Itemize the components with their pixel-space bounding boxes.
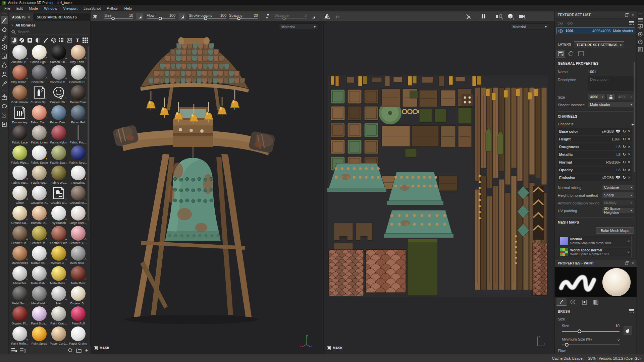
asset-tile[interactable]: ●Footprints <box>68 166 88 185</box>
delete-channel-icon[interactable]: × <box>628 129 630 133</box>
asset-tile[interactable]: ●Fabric Seam <box>30 145 49 165</box>
3d-view-button[interactable]: ▾ <box>506 13 514 20</box>
menu-mode[interactable]: Mode <box>26 6 41 11</box>
tab-material[interactable] <box>591 298 601 306</box>
slider-track[interactable] <box>104 18 133 19</box>
viewport3d-mask-toggle[interactable]: MASK <box>94 346 109 350</box>
asset-tile[interactable]: ∴Metal Foil <box>10 266 30 286</box>
slider-knob[interactable] <box>237 17 240 20</box>
size-dropdown[interactable]: 4096▾ <box>588 94 605 100</box>
delete-channel-icon[interactable]: × <box>628 168 630 172</box>
asset-tile[interactable]: ●Autumn Le... <box>10 45 30 64</box>
asset-tile[interactable]: ∴Marble Vei... <box>30 246 49 265</box>
slider-knob[interactable] <box>111 17 115 20</box>
tab-alpha[interactable] <box>568 298 578 306</box>
asset-tile[interactable]: ∴Paint Roll <box>68 306 88 326</box>
reset-channel-icon[interactable]: ↻ <box>623 153 626 157</box>
grid-view-icon[interactable] <box>82 37 89 44</box>
asset-tile[interactable]: ∴Medium A... <box>49 246 68 265</box>
pen-pressure-button[interactable] <box>624 326 632 335</box>
asset-tile[interactable]: ●Fabric Top... <box>10 166 30 185</box>
mesh-map-normal[interactable]: NormalNormal Map from Mesh 1001× <box>558 236 632 246</box>
slider-track[interactable] <box>147 18 175 19</box>
asset-tile[interactable]: ∴Cork Natural <box>10 85 30 105</box>
asset-tile[interactable]: ∴Leather Re... <box>30 226 49 245</box>
texture-set-row[interactable]: 1001 4096x4096 Main shader <box>556 27 635 34</box>
description-textarea[interactable]: Description <box>588 76 634 92</box>
navigation-gizmo[interactable]: y x <box>533 333 546 348</box>
symmetry-icon[interactable] <box>323 13 331 20</box>
asset-tile[interactable]: ∴Fabric Tarp... <box>68 145 88 165</box>
menu-window[interactable]: Window <box>41 6 60 11</box>
log-icon[interactable] <box>638 47 642 52</box>
asset-tile[interactable]: ∴Fabric Nylon <box>49 125 68 145</box>
dock-grip[interactable] <box>638 13 642 14</box>
navigation-gizmo[interactable]: y x z <box>300 333 313 348</box>
history-icon[interactable] <box>638 40 643 44</box>
shader-settings-icon[interactable] <box>638 32 643 37</box>
asset-tile[interactable]: ∴Metal Wel... <box>30 286 49 306</box>
filter-smart-materials-icon[interactable] <box>19 37 25 44</box>
reset-channel-icon[interactable]: ↻ <box>623 168 626 172</box>
asset-tile[interactable]: ∴Custom Sti... <box>49 85 68 105</box>
projection-tool[interactable] <box>1 35 8 42</box>
slider-track[interactable] <box>189 18 226 19</box>
brush-options-icon[interactable] <box>629 309 634 314</box>
brush-falloff-icon[interactable] <box>178 13 186 20</box>
list-view-icon[interactable] <box>11 348 17 352</box>
delete-channel-icon[interactable]: × <box>628 145 630 149</box>
menu-edit[interactable]: Edit <box>13 6 26 11</box>
eye-icon[interactable] <box>568 22 573 25</box>
asset-tile[interactable]: ∴Concrete C... <box>49 65 68 84</box>
resources-updater-tool[interactable] <box>1 103 8 110</box>
split-view-button[interactable]: ▾ <box>495 13 503 20</box>
filter-filters-icon[interactable] <box>35 37 41 44</box>
min-size-slider[interactable] <box>562 345 620 345</box>
slider-track[interactable] <box>229 18 258 19</box>
slider-knob[interactable] <box>204 17 207 20</box>
falloff-curve-icon[interactable] <box>309 13 317 20</box>
viewport-3d[interactable]: Material▾ MASK y x z <box>91 21 322 354</box>
material-picker-tool[interactable] <box>1 80 8 87</box>
filter-fonts-icon[interactable]: T <box>74 37 81 44</box>
asset-tile[interactable]: ∴Ground Na... <box>68 186 88 205</box>
toolstrip-grip[interactable] <box>2 13 7 14</box>
menu-help[interactable]: Help <box>121 6 135 11</box>
height-to-normal-dropdown[interactable]: Sharp▾ <box>602 192 634 198</box>
asset-tile[interactable]: ∴Concrete ... <box>30 65 49 84</box>
slider-knob[interactable] <box>578 329 581 333</box>
filter-alphas-icon[interactable] <box>50 37 57 44</box>
viewport2d-material-dropdown[interactable]: Material▾ <box>510 23 549 30</box>
asset-tile[interactable]: ∴Fabric Spa... <box>49 145 68 165</box>
disable-painting-icon[interactable] <box>465 13 473 20</box>
asset-tile[interactable]: ∴Embroidery <box>10 105 30 125</box>
close-tab-icon[interactable]: × <box>620 43 622 48</box>
filter-environments-icon[interactable] <box>66 37 73 44</box>
asset-tile[interactable]: ∴Paint Spray <box>30 326 49 346</box>
menu-javascript[interactable]: JavaScript <box>80 6 104 11</box>
asset-tile[interactable]: ∴Gouache P... <box>30 186 49 205</box>
reset-channel-icon[interactable]: ↻ <box>623 160 626 164</box>
reset-channel-icon[interactable]: ↻ <box>623 145 626 149</box>
export-resource-tool[interactable] <box>1 94 8 101</box>
displacement-icon[interactable] <box>567 50 575 58</box>
flow-control[interactable]: Flow100 <box>147 13 175 19</box>
texture-atlas[interactable] <box>328 75 548 297</box>
min-size-value[interactable]: 5 <box>618 337 620 341</box>
asset-tile[interactable]: ∴Concrete C... <box>68 65 88 84</box>
brush-falloff-icon[interactable] <box>136 13 144 20</box>
assets-scrollbar[interactable] <box>88 46 89 221</box>
asset-tile[interactable]: ∴Leather Su... <box>68 226 88 245</box>
search-input[interactable]: Search <box>11 29 88 35</box>
asset-tile[interactable]: ∴Large Rust... <box>68 206 88 225</box>
asset-tile[interactable]: ●Nail <box>49 286 68 306</box>
pending-tasks-tool[interactable] <box>1 112 8 119</box>
size-control[interactable]: Size10 <box>104 13 133 19</box>
asset-tile[interactable]: ∴Paper Grainy <box>68 326 88 346</box>
asset-tile[interactable]: ∴Baked Ligh... <box>30 45 49 64</box>
asset-tile[interactable]: ∴Clay Terrac... <box>10 65 30 84</box>
all-libraries-row[interactable]: › All libraries <box>11 22 89 28</box>
viewport2d-mask-toggle[interactable]: MASK <box>327 346 342 350</box>
list-options-icon[interactable] <box>629 21 634 26</box>
asset-tile[interactable]: ∴Custom Sp... <box>30 85 49 105</box>
